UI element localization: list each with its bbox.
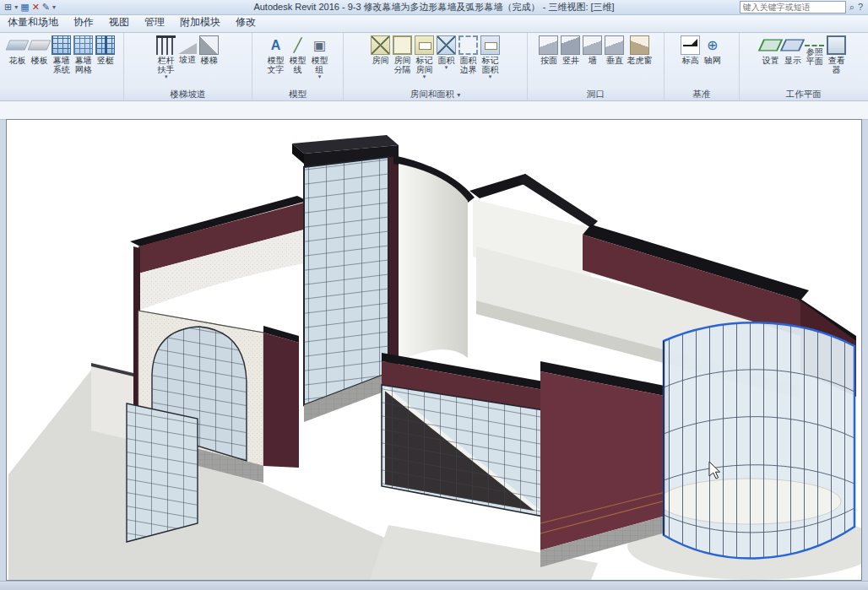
tab-massing-site[interactable]: 体量和场地 [0, 14, 66, 32]
button-label: 坡道 [179, 55, 196, 64]
ribbon-button-level[interactable]: 标高 [680, 35, 701, 66]
curtain-grid-icon [73, 35, 93, 55]
button-label: 轴网 [704, 56, 721, 65]
search-input[interactable] [740, 1, 846, 14]
ribbon-panel-model: A 模型文字 ╱ 模型线 ▣ 模型组 ▾ 模型 [252, 33, 344, 100]
area-boundary-icon [458, 35, 478, 55]
search-icon[interactable]: ⌕ [849, 1, 854, 14]
ribbon-panel-workplane: 设置 显示 参照平面 查看器 工作平面 [740, 33, 868, 100]
button-label: 参照平面 [805, 47, 824, 66]
ribbon-button-room[interactable]: 房间 [370, 35, 391, 66]
ribbon-button-opening-by-face[interactable]: 按面 [538, 35, 559, 66]
panel-label-workplane: 工作平面 [740, 88, 868, 100]
ribbon-button-room-separator[interactable]: 房间分隔 [392, 35, 413, 75]
button-label: 老虎窗 [627, 56, 652, 65]
button-label: 花板 [9, 56, 26, 65]
qat-customize-caret[interactable]: ▾ [52, 3, 56, 11]
tab-manage[interactable]: 管理 [137, 14, 172, 32]
ribbon-button-show-workplane[interactable]: 显示 [782, 35, 803, 66]
curtain-tower-grid [304, 157, 388, 405]
view-table-icon[interactable]: ▦ [20, 1, 29, 14]
ribbon-button-model-line[interactable]: ╱ 模型线 [287, 35, 308, 75]
ribbon-button-tag-room[interactable]: 标记房间 ▾ [414, 35, 435, 80]
window-title: Autodesk Revit 2016 - 9-3 修改幕墙为多边形幕墙及弧形幕… [0, 0, 868, 14]
panel-label-room-area[interactable]: 房间和面积 ▾ [344, 88, 527, 100]
vertical-opening-icon [605, 35, 624, 55]
ribbon-button-viewer[interactable]: 查看器 [826, 35, 847, 75]
ribbon-button-mullion[interactable]: 竖梃 [95, 35, 116, 66]
ribbon-button-stair[interactable]: 楼梯 [198, 35, 220, 66]
ribbon-button-wall-opening[interactable]: 墙 [582, 35, 603, 66]
ribbon-button-floor[interactable]: 楼板 [29, 35, 50, 66]
ribbon-button-ceiling[interactable]: 花板 [7, 35, 28, 66]
ribbon-button-curtain-system[interactable]: 幕墙系统 [51, 35, 72, 75]
shaft-opening-icon [561, 35, 580, 55]
opening-by-face-icon [539, 35, 558, 55]
model-text-icon: A [266, 35, 285, 55]
dormer-opening-icon [630, 35, 649, 55]
maroon-pier[interactable] [263, 333, 299, 468]
panel-dropdown-caret[interactable]: ▾ [457, 91, 460, 99]
room-icon [371, 35, 390, 55]
ceiling-icon [6, 41, 30, 51]
tab-view[interactable]: 视图 [101, 14, 137, 32]
level-icon [681, 35, 700, 55]
button-label: 查看器 [827, 56, 846, 74]
curved-white-wall[interactable] [399, 164, 468, 361]
curved-curtain-mullions-v [664, 314, 856, 571]
show-workplane-icon [780, 40, 805, 51]
ramp-icon [178, 43, 197, 54]
button-label: 竖梃 [97, 56, 114, 65]
wall-opening-icon [583, 35, 602, 55]
model-group-icon: ▣ [310, 35, 329, 55]
button-label: 按面 [540, 56, 557, 65]
ribbon-button-area[interactable]: 面积 ▾ [436, 35, 457, 71]
ribbon-panel-circulation: 栏杆扶手 ▾ 坡道 楼梯 楼梯坡道 [124, 33, 252, 100]
button-label: 标记房间 [415, 56, 434, 74]
ribbon-button-railing[interactable]: 栏杆扶手 ▾ [155, 35, 176, 80]
3d-model-drawing [7, 120, 861, 580]
tab-modify[interactable]: 修改 [228, 14, 263, 32]
window-tile-icon[interactable]: ⊞ [4, 1, 12, 14]
reference-plane-icon [805, 45, 824, 46]
ribbon-button-vertical-opening[interactable]: 垂直 [604, 35, 625, 66]
info-center: ⌕ ? [740, 1, 863, 14]
button-label: 模型组 [310, 56, 329, 74]
button-label: 标高 [682, 56, 699, 65]
tab-addins[interactable]: 附加模块 [172, 14, 228, 32]
set-workplane-icon [758, 40, 783, 51]
caret-down-icon: ▾ [423, 74, 426, 79]
area-icon [437, 35, 456, 55]
ribbon-button-tag-area[interactable]: 标记面积 ▾ [480, 35, 501, 80]
help-icon[interactable]: ? [858, 1, 863, 14]
tag-area-icon [480, 35, 500, 55]
ribbon-button-dormer-opening[interactable]: 老虎窗 [626, 35, 653, 66]
ribbon-panel-datum: 标高 ⊕ 轴网 基准 [665, 33, 740, 100]
close-hidden-views-icon[interactable]: ✕ [32, 1, 40, 14]
panel-label-datum: 基准 [665, 88, 739, 100]
ribbon-button-ref-plane[interactable]: 参照平面 [804, 35, 825, 67]
ribbon-button-shaft-opening[interactable]: 竖井 [560, 35, 581, 66]
caret-down-icon[interactable]: ▾ [14, 3, 18, 11]
ribbon-button-ramp[interactable]: 坡道 [177, 35, 198, 65]
quick-access-toolbar: ⊞ ▾ ▦ ✕ ✎ ▾ [0, 1, 56, 14]
tab-collaborate[interactable]: 协作 [66, 14, 101, 32]
ribbon-panel-opening: 按面 竖井 墙 垂直 老虎窗 洞口 [528, 33, 665, 100]
button-label: 幕墙系统 [52, 56, 71, 74]
panel-label-model: 模型 [252, 88, 343, 100]
ribbon-button-curtain-grid[interactable]: 幕墙网格 [73, 35, 94, 75]
ribbon-button-grid[interactable]: ⊕ 轴网 [702, 35, 723, 66]
grid-axis-icon: ⊕ [703, 35, 722, 55]
ribbon-button-set-workplane[interactable]: 设置 [760, 35, 781, 66]
button-label: 竖井 [562, 56, 579, 65]
ribbon-button-area-boundary[interactable]: 面积边界 [458, 35, 479, 75]
ribbon-button-model-text[interactable]: A 模型文字 [265, 35, 286, 75]
caret-down-icon: ▾ [165, 74, 168, 79]
stair-icon [199, 35, 219, 55]
ribbon-tab-bar: 体量和场地 协作 视图 管理 附加模块 修改 [0, 15, 868, 33]
ribbon-button-model-group[interactable]: ▣ 模型组 ▾ [309, 35, 330, 80]
edit-view-icon[interactable]: ✎ [42, 1, 50, 14]
3d-view-canvas[interactable] [6, 119, 862, 581]
button-label: 显示 [784, 56, 801, 65]
panel-label-build [0, 88, 123, 100]
